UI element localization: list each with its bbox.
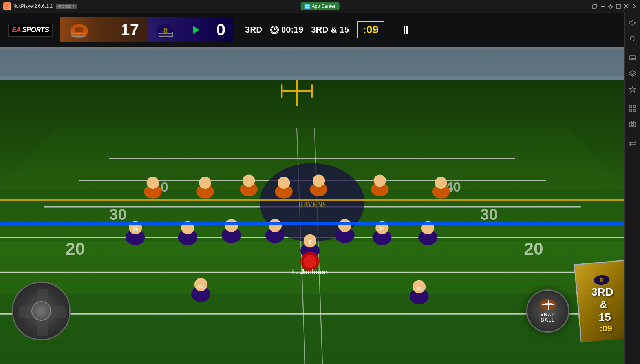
svg-point-52 <box>278 177 290 189</box>
svg-rect-123 <box>629 109 632 112</box>
football-icon <box>540 299 556 310</box>
away-team-helmet <box>68 21 90 39</box>
dpad-center <box>31 301 51 321</box>
sidebar-divider-2 <box>628 99 637 99</box>
away-team-block: 17 <box>60 17 147 42</box>
sidebar-swap-icon[interactable] <box>626 137 639 150</box>
sidebar-camera-icon[interactable] <box>626 118 639 130</box>
svg-point-67 <box>269 219 282 232</box>
svg-point-9 <box>610 5 611 7</box>
svg-rect-3 <box>306 5 307 6</box>
svg-point-65 <box>225 219 238 232</box>
svg-point-48 <box>199 177 211 189</box>
svg-text:20: 20 <box>524 239 543 258</box>
svg-text:20: 20 <box>66 239 85 258</box>
snap-ball-button[interactable]: SNAP BALL <box>526 289 569 333</box>
snap-ball-label2: BALL <box>541 317 555 323</box>
svg-point-58 <box>435 177 447 189</box>
sidebar-divider-3 <box>628 134 637 134</box>
dpad-control[interactable] <box>12 282 71 340</box>
home-team-helmet: R <box>155 21 176 39</box>
svg-rect-125 <box>629 122 636 127</box>
svg-marker-40 <box>0 80 624 233</box>
nox-icon <box>3 2 11 10</box>
svg-text:27: 27 <box>198 284 204 289</box>
svg-point-56 <box>374 174 386 187</box>
svg-rect-4 <box>308 5 309 6</box>
dpad-outer[interactable] <box>12 282 71 340</box>
pause-button[interactable]: ⏸ <box>400 24 411 37</box>
svg-text:8: 8 <box>308 239 311 245</box>
window-settings-button[interactable] <box>608 4 613 9</box>
window-extra-button[interactable] <box>631 4 637 9</box>
game-area: BALTIMORE RAVENS 40 40 <box>0 13 624 364</box>
window-minimize-button[interactable] <box>600 4 605 9</box>
svg-rect-90 <box>75 27 84 32</box>
svg-text:19: 19 <box>133 227 138 232</box>
window-close-button[interactable] <box>624 4 629 9</box>
quarter-display: 3RD <box>245 25 262 35</box>
svg-point-46 <box>147 177 159 189</box>
svg-marker-120 <box>629 86 636 92</box>
main-container: BALTIMORE RAVENS 40 40 <box>0 13 640 364</box>
sidebar-volume-icon[interactable] <box>626 16 639 29</box>
app-center-label: App Center <box>312 4 336 9</box>
score-bar: EA SPORTS 17 <box>0 13 624 47</box>
title-bar-center: App Center <box>301 2 340 10</box>
possession-arrow <box>193 26 199 34</box>
home-score: 0 <box>216 20 225 39</box>
clock-icon <box>270 26 279 34</box>
svg-marker-119 <box>629 71 636 75</box>
svg-rect-124 <box>633 109 636 112</box>
sidebar-star-icon[interactable] <box>626 83 639 95</box>
svg-text:R: R <box>163 27 168 34</box>
svg-point-54 <box>313 174 325 187</box>
svg-point-74 <box>338 219 351 232</box>
svg-point-126 <box>631 123 634 126</box>
svg-rect-6 <box>308 7 309 8</box>
svg-rect-121 <box>629 105 632 108</box>
app-center-icon <box>305 4 310 9</box>
possession-indicator <box>187 26 205 34</box>
sidebar-grid-icon[interactable] <box>626 102 639 115</box>
away-score: 17 <box>121 20 139 39</box>
svg-text:21: 21 <box>416 285 422 291</box>
game-info-center: 3RD 00:19 3RD & 15 :09 ⏸ <box>233 21 423 38</box>
svg-marker-112 <box>630 20 633 26</box>
title-bar-right <box>592 4 637 9</box>
svg-rect-7 <box>593 5 596 8</box>
app-name: NoxPlayer2 6.6.1.2 <box>13 4 53 9</box>
ea-sports-logo: EA SPORTS <box>8 24 53 37</box>
title-bar-left: NoxPlayer2 6.6.1.2 Android 7 <box>3 2 77 10</box>
svg-rect-122 <box>633 105 636 108</box>
right-sidebar <box>624 13 640 364</box>
svg-point-72 <box>304 255 316 268</box>
svg-point-50 <box>243 174 255 187</box>
window-restore-button[interactable] <box>592 4 598 9</box>
play-clock: :09 <box>357 21 384 38</box>
sidebar-layers-icon[interactable] <box>626 67 639 80</box>
home-team-block: R 0 <box>147 17 233 42</box>
svg-rect-113 <box>629 56 636 60</box>
down-distance: 3RD & 15 <box>311 25 349 35</box>
snap-ball-label: SNAP <box>540 312 555 317</box>
clock-time: 00:19 <box>281 25 303 35</box>
sidebar-rotate-icon[interactable] <box>626 32 639 45</box>
title-bar: NoxPlayer2 6.6.1.2 Android 7 App Center <box>0 0 640 13</box>
sidebar-keyboard-icon[interactable] <box>626 51 639 64</box>
play-art-button[interactable]: ✕○✕ ○□○ ✕○✕ PLAY ART <box>581 266 616 301</box>
sidebar-divider-1 <box>628 48 637 48</box>
svg-text:L. Jackson: L. Jackson <box>292 268 328 276</box>
svg-text:74: 74 <box>379 227 385 232</box>
svg-rect-10 <box>616 4 620 8</box>
nox-logo: NoxPlayer2 6.6.1.2 <box>3 2 53 10</box>
android-version: Android 7 <box>56 4 77 9</box>
play-art-label: PLAY ART <box>589 289 608 293</box>
play-art-grid: ✕○✕ ○□○ ✕○✕ <box>592 274 606 288</box>
app-center-button[interactable]: App Center <box>301 2 340 10</box>
svg-rect-5 <box>306 7 307 8</box>
window-maximize-button[interactable] <box>616 4 621 9</box>
clock-display: 00:19 <box>270 25 303 35</box>
